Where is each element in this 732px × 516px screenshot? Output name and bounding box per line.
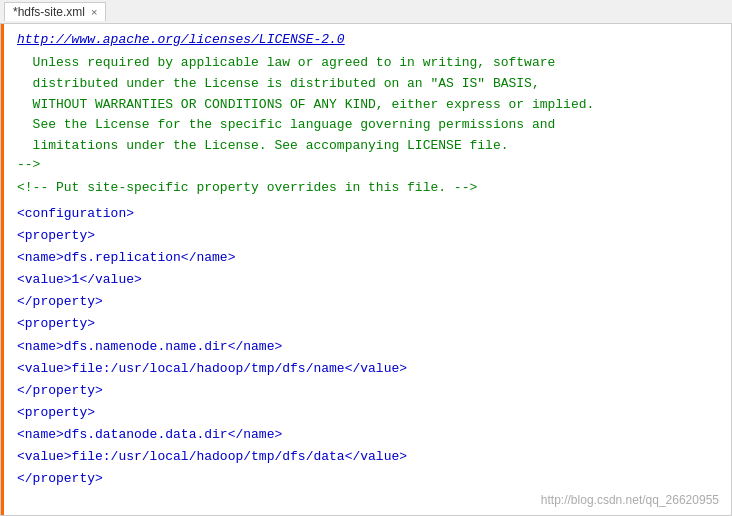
editor-area: http://www.apache.org/licenses/LICENSE-2… [0, 24, 732, 516]
xml-line-8: </property> [17, 380, 719, 402]
xml-line-12: </property> [17, 468, 719, 490]
editor-content: http://www.apache.org/licenses/LICENSE-2… [13, 32, 719, 516]
xml-line-3: <value>1</value> [17, 269, 719, 291]
tab-close-icon[interactable]: × [91, 6, 97, 18]
xml-line-0: <configuration> [17, 203, 719, 225]
comment-close-tag: --> [17, 157, 719, 172]
xml-line-1: <property> [17, 225, 719, 247]
tab-label: *hdfs-site.xml [13, 5, 85, 19]
put-comment-line: <!-- Put site-specific property override… [17, 180, 719, 195]
xml-lines: <configuration> <property> <name>dfs.rep… [17, 203, 719, 516]
title-bar: *hdfs-site.xml × [0, 0, 732, 24]
file-tab[interactable]: *hdfs-site.xml × [4, 2, 106, 21]
xml-line-9: <property> [17, 402, 719, 424]
xml-line-7: <value>file:/usr/local/hadoop/tmp/dfs/na… [17, 358, 719, 380]
license-link[interactable]: http://www.apache.org/licenses/LICENSE-2… [17, 32, 719, 47]
xml-line-6: <name>dfs.namenode.name.dir</name> [17, 336, 719, 358]
xml-line-10: <name>dfs.datanode.data.dir</name> [17, 424, 719, 446]
xml-line-2: <name>dfs.replication</name> [17, 247, 719, 269]
left-border-accent [1, 24, 4, 515]
license-comment-body: Unless required by applicable law or agr… [17, 53, 719, 157]
xml-line-11: <value>file:/usr/local/hadoop/tmp/dfs/da… [17, 446, 719, 468]
xml-line-4: </property> [17, 291, 719, 313]
xml-line-5: <property> [17, 313, 719, 335]
xml-line-14: </configuration> [17, 512, 719, 516]
watermark-text: http://blog.csdn.net/qq_26620955 [541, 493, 719, 507]
